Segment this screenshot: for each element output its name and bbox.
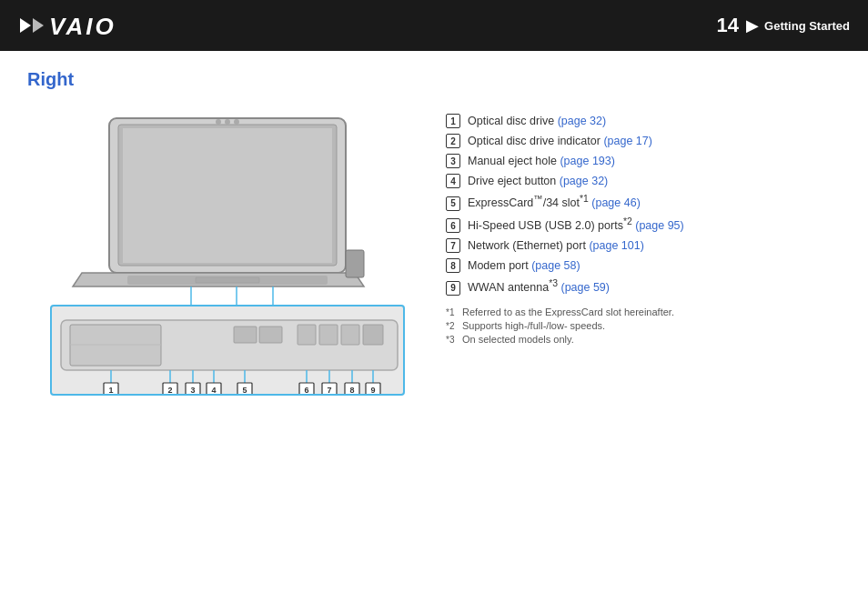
footnote-2: *2 Supports high-/full-/low- speeds.	[446, 320, 841, 331]
footnote-3: *3 On selected models only.	[446, 334, 841, 345]
item-link-7[interactable]: (page 101)	[589, 239, 643, 252]
svg-rect-10	[196, 277, 259, 283]
svg-marker-0	[20, 18, 31, 33]
vaio-logo: VAIO	[18, 9, 118, 42]
item-link-1[interactable]: (page 32)	[558, 115, 607, 127]
header: VAIO 14 ▶ Getting Started	[0, 0, 868, 51]
list-item: 4 Drive eject button (page 32)	[446, 174, 841, 188]
list-item: 7 Network (Ethernet) port (page 101)	[446, 238, 841, 253]
svg-rect-11	[346, 250, 364, 277]
item-link-9[interactable]: (page 59)	[558, 281, 610, 294]
item-link-5[interactable]: (page 46)	[591, 196, 641, 209]
item-text-9: WWAN antenna*3 (page 59)	[468, 278, 610, 294]
svg-text:2: 2	[167, 386, 172, 395]
item-text-7: Network (Ethernet) port (page 101)	[468, 239, 644, 252]
list-item: 9 WWAN antenna*3 (page 59)	[446, 278, 841, 296]
svg-rect-18	[234, 327, 257, 343]
svg-rect-22	[341, 325, 359, 345]
item-text-6: Hi-Speed USB (USB 2.0) ports*2 (page 95)	[468, 216, 684, 232]
arrow-icon: ▶	[746, 15, 759, 35]
svg-rect-20	[298, 325, 316, 345]
item-number-1: 1	[446, 114, 460, 128]
item-number-9: 9	[446, 281, 460, 296]
items-list: 1 Optical disc drive (page 32) 2 Optical…	[446, 105, 841, 347]
item-text-1: Optical disc drive (page 32)	[468, 115, 606, 127]
footnote-text-1: Referred to as the ExpressCard slot here…	[462, 306, 674, 317]
item-number-5: 5	[446, 196, 460, 211]
content-area: 1 2 3 4 5 6	[27, 105, 841, 396]
item-link-3[interactable]: (page 193)	[560, 155, 614, 167]
svg-point-6	[216, 119, 221, 125]
svg-text:6: 6	[304, 386, 308, 395]
footnote-marker-2: *2	[446, 321, 459, 331]
illustration-area: 1 2 3 4 5 6	[27, 105, 428, 396]
item-link-6[interactable]: (page 95)	[632, 219, 684, 232]
svg-text:9: 9	[370, 386, 375, 395]
item-link-8[interactable]: (page 58)	[531, 259, 580, 272]
item-number-7: 7	[446, 238, 460, 253]
footnotes: *1 Referred to as the ExpressCard slot h…	[446, 306, 841, 345]
logo: VAIO	[18, 9, 118, 42]
detail-strip-svg: 1 2 3 4 5 6	[52, 306, 405, 396]
item-number-4: 4	[446, 174, 460, 188]
svg-rect-23	[363, 325, 383, 345]
item-link-2[interactable]: (page 17)	[603, 135, 652, 147]
page-number: 14	[717, 14, 739, 37]
item-text-2: Optical disc drive indicator (page 17)	[468, 135, 652, 147]
item-number-8: 8	[446, 258, 460, 273]
item-text-4: Drive eject button (page 32)	[468, 175, 608, 187]
list-item: 2 Optical disc drive indicator (page 17)	[446, 134, 841, 148]
svg-text:3: 3	[190, 386, 195, 395]
footnote-text-2: Supports high-/full-/low- speeds.	[462, 320, 605, 331]
item-text-3: Manual eject hole (page 193)	[468, 155, 615, 167]
item-text-8: Modem port (page 58)	[468, 259, 580, 272]
footnote-1: *1 Referred to as the ExpressCard slot h…	[446, 306, 841, 317]
laptop-illustration	[55, 105, 400, 305]
main-content: Right	[0, 51, 868, 414]
item-number-6: 6	[446, 218, 460, 233]
svg-rect-5	[123, 128, 332, 263]
list-item: 3 Manual eject hole (page 193)	[446, 154, 841, 168]
svg-text:1: 1	[108, 386, 113, 395]
svg-rect-19	[259, 327, 282, 343]
svg-text:5: 5	[242, 386, 247, 395]
list-item: 5 ExpressCard™/34 slot*1 (page 46)	[446, 194, 841, 211]
item-number-3: 3	[446, 154, 460, 168]
svg-rect-21	[319, 325, 338, 345]
section-title: Right	[27, 69, 841, 90]
footnote-marker-1: *1	[446, 307, 459, 317]
svg-point-8	[234, 119, 239, 125]
svg-text:4: 4	[211, 386, 216, 395]
header-right: 14 ▶ Getting Started	[717, 14, 850, 37]
svg-text:7: 7	[327, 386, 331, 395]
footnote-text-3: On selected models only.	[462, 334, 574, 345]
footnote-marker-3: *3	[446, 335, 459, 345]
detail-strip: 1 2 3 4 5 6	[50, 305, 405, 396]
list-item: 1 Optical disc drive (page 32)	[446, 114, 841, 128]
item-text-5: ExpressCard™/34 slot*1 (page 46)	[468, 194, 641, 209]
svg-text:8: 8	[349, 386, 354, 395]
list-item: 6 Hi-Speed USB (USB 2.0) ports*2 (page 9…	[446, 216, 841, 234]
item-number-2: 2	[446, 134, 460, 148]
item-link-4[interactable]: (page 32)	[560, 175, 609, 187]
svg-marker-1	[33, 18, 44, 33]
svg-point-7	[225, 119, 230, 125]
list-item: 8 Modem port (page 58)	[446, 258, 841, 273]
getting-started-label: Getting Started	[764, 19, 850, 33]
svg-text:VAIO: VAIO	[49, 13, 116, 40]
